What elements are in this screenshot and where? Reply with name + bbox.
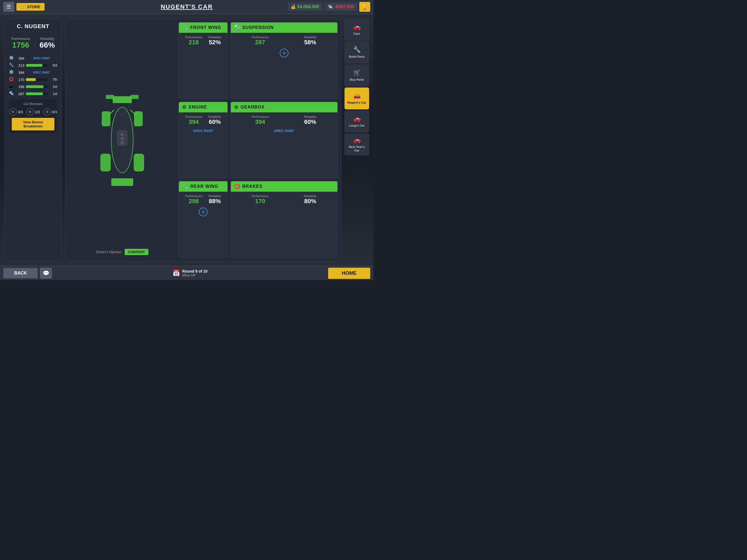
rear-wing-rel-value: 88% [208,198,221,205]
rear-wing-perf: Performance 298 [185,195,202,205]
part-bar-fill-4 [26,78,36,81]
sidebar-item-build-parts[interactable]: 🔧 Build Parts [344,42,369,63]
sidebar-item-nugents-car[interactable]: 🚗 Nugent's Car [344,87,369,109]
build-parts-label: Build Parts [349,55,365,58]
engine-spec: SPEC PART [179,128,228,135]
part-row-5: ▬ 298 1st [9,84,57,90]
brakes-icon: ⭕ [234,183,240,189]
brakes-perf-value: 170 [252,198,269,205]
chat-button[interactable]: 💬 [40,268,52,279]
top-bar-left: ☰ 🛒 STORE [3,2,45,12]
menu-button[interactable]: ☰ [3,2,14,12]
trophy-button[interactable]: 🏆 [359,2,370,12]
rear-wing-gear-button[interactable]: ⚙ [199,207,208,216]
engine-rel-value: 60% [208,119,221,126]
front-wing-card[interactable]: 🔧 FRONT WING Performance 218 Reliability… [179,22,228,99]
sidebar-item-cars[interactable]: 🚗 Cars [344,19,369,41]
front-wing-perf-label: Performance [185,35,202,39]
spec-label-3[interactable]: SPEC PART [26,71,57,74]
store-button[interactable]: 🛒 STORE [17,3,45,11]
part-value-6: 287 [16,92,24,96]
part-value-2: 213 [16,63,24,68]
suspension-card[interactable]: 🔩 SUSPENSION Performance 287 Reliability… [231,22,338,99]
part-icon-4: ⭕ [9,77,15,82]
bottom-bar: BACK 💬 📅 Round 9 of 10 Milan GP HOME [0,266,374,280]
svg-rect-8 [134,111,143,126]
gearbox-spec: SPEC PART [231,128,337,135]
part-rank-4: 7th [50,78,57,81]
rear-wing-perf-value: 298 [185,198,202,205]
engine-icon: ⚙ [182,104,186,110]
spec-label-1[interactable]: SPEC PART [26,57,57,60]
part-value-4: 170 [16,78,24,82]
front-wing-rel: Reliability 52% [208,35,221,46]
part-bar-fill-5 [26,85,44,88]
suspension-icon: 🔩 [234,25,240,31]
rear-wing-perf-label: Performance [185,195,202,198]
rear-wing-card[interactable]: 🔧 REAR WING Performance 298 Reliability … [179,181,228,258]
bonus-circle-3: ⚙ [43,108,51,116]
bonus-value-2: 1/3 [35,110,40,114]
brakes-rel-label: Reliability [304,195,317,198]
svg-rect-3 [130,95,138,99]
car-diagram: Driver's Opinion: CONTENT [69,22,176,258]
part-icon-6: 🔩 [9,91,15,97]
part-icon-2: 🔧 [9,62,15,68]
engine-spec-link[interactable]: SPEC PART [193,129,213,133]
money-icon: 💰 [291,5,295,9]
gearbox-spec-link[interactable]: SPEC PART [274,129,294,133]
sidebar-item-next-years-car[interactable]: 🚗 Next Year's Car [344,133,369,155]
gearbox-perf: Performance 394 [252,115,269,126]
stats-divider [35,37,35,51]
engine-rel: Reliability 60% [208,115,221,126]
engine-perf-value: 394 [185,119,202,126]
bonus-circle-2: ⚙ [26,108,34,116]
bonus-item-3: ⚙ 0/3 [43,108,57,116]
driver-parts-list: ⚙️ 394 SPEC PART 🔧 213 3rd ⚙️ 394 SPEC P… [9,55,57,97]
car-bonuses-title: Car Bonuses [12,102,54,106]
brakes-perf: Performance 170 [252,195,269,205]
suspension-rel-value: 58% [304,39,317,46]
bonus-value-1: 0/3 [18,110,23,114]
cars-label: Cars [354,32,360,35]
svg-point-13 [121,137,124,140]
money-display: 💰 $4,068,000 [288,3,323,11]
buy-parts-icon: 🛒 [353,69,361,76]
back-button[interactable]: BACK [3,268,38,278]
gearbox-rel: Reliability 60% [304,115,317,126]
bonus-icons: ⚙ 0/3 ⚙ 1/3 ⚙ 0/3 [12,108,54,116]
nugents-car-icon: 🚗 [353,92,361,99]
engine-card[interactable]: ⚙ ENGINE Performance 394 Reliability 60%… [179,102,228,179]
suspension-perf-value: 287 [252,39,269,46]
part-bar-4 [26,78,48,81]
loss-display: 💸 -$567,000 [325,3,357,11]
sidebar-item-buy-parts[interactable]: 🛒 Buy Parts [344,65,369,86]
content-badge: CONTENT [124,249,148,255]
suspension-body: Performance 287 Reliability 58% [231,33,337,49]
money-value: $4,068,000 [297,4,319,9]
driver-name: C. NUGENT [9,23,57,32]
view-bonus-button[interactable]: View Bonus Breakdown [12,118,54,130]
center-panel: 🔧 FRONT WING Performance 218 Reliability… [65,19,341,261]
brakes-card[interactable]: ⭕ BRAKES Performance 170 Reliability 80% [231,181,338,258]
gearbox-perf-value: 394 [252,119,269,126]
longs-car-icon: 🚗 [353,115,361,122]
drivers-opinion: Driver's Opinion: CONTENT [96,249,149,255]
home-button[interactable]: HOME [328,268,370,279]
brakes-name: BRAKES [242,184,262,189]
gearbox-card[interactable]: ⚙ GEARBOX Performance 394 Reliability 60… [231,102,338,179]
part-bar-6 [26,93,48,95]
sidebar-item-longs-car[interactable]: 🚗 Long's Car [344,110,369,132]
performance-stat: Performance 1756 [11,37,30,51]
brakes-rel: Reliability 80% [304,195,317,205]
engine-perf-label: Performance [185,115,202,119]
build-parts-icon: 🔧 [353,46,361,53]
performance-value: 1756 [11,41,30,50]
part-bar-fill-2 [26,64,42,67]
svg-point-14 [121,141,124,144]
svg-rect-7 [102,111,110,126]
part-icon-5: ▬ [9,84,15,90]
suspension-gear-button[interactable]: ⚙ [280,49,288,57]
reliability-label: Reliability [40,37,55,41]
loss-icon: 💸 [328,5,333,9]
